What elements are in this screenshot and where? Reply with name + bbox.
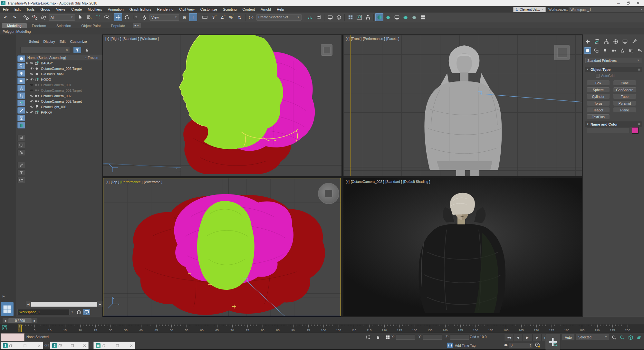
display-cameras-icon[interactable] [17, 78, 25, 84]
cameras-category-icon[interactable] [610, 47, 617, 54]
viewport-camera-label[interactable]: [+] [OctaneCamera_002 ] [Standard ] [Def… [346, 180, 430, 184]
list-item-octanecamera-001[interactable]: OctaneCamera_001 [26, 82, 102, 88]
explorer-lock-button[interactable] [84, 47, 90, 53]
explorer-workspace-dropdown[interactable]: Workspace_1 [17, 309, 70, 315]
chevron-down-icon[interactable]: ▼ [71, 311, 73, 314]
create-tab-icon[interactable] [584, 38, 591, 45]
box-button[interactable]: Box [587, 80, 610, 86]
explorer-menu-select[interactable]: Select [29, 40, 39, 43]
frozen-column-header[interactable]: ▲Frozen [85, 56, 98, 60]
window-restore-icon[interactable] [102, 344, 105, 347]
clear-search-icon[interactable]: ✕ [65, 48, 68, 52]
material-editor-icon[interactable] [375, 13, 383, 21]
minimized-window-2[interactable]: 3 [50, 342, 89, 350]
visibility-eye-icon[interactable] [29, 77, 34, 81]
minimized-window-3[interactable]: ▦ [93, 342, 135, 350]
textplus-button[interactable]: TextPlus [587, 114, 610, 119]
display-lights-icon[interactable] [17, 70, 25, 77]
shapes-category-icon[interactable] [593, 47, 600, 54]
schematic-view-icon[interactable] [364, 13, 372, 21]
viewport-menu-plus[interactable]: [+] [346, 180, 350, 184]
viewport-layout-tab-button[interactable] [1, 302, 14, 316]
visibility-eye-icon[interactable] [29, 99, 34, 103]
undo-button[interactable]: ↶ [2, 13, 10, 21]
cone-button[interactable]: Cone [613, 80, 636, 86]
explorer-menu-customize[interactable]: Customize [70, 40, 87, 43]
window-crossing-icon[interactable] [102, 13, 111, 21]
explorer-horizontal-scrollbar[interactable]: ◀ ▶ [26, 301, 102, 307]
viewport-right-label[interactable]: [+] [Right ] [Standard ] [Wireframe ] [105, 37, 159, 41]
keyboard-override-icon[interactable] [201, 13, 209, 21]
visibility-eye-icon[interactable] [29, 61, 34, 65]
visibility-off-icon[interactable] [29, 83, 34, 87]
add-time-tag-label[interactable]: Add Time Tag [455, 344, 476, 347]
scrollbar-thumb[interactable] [31, 302, 97, 307]
explorer-search-input[interactable]: ✕ [20, 47, 70, 53]
percent-snap-icon[interactable]: %∩ [227, 13, 235, 21]
ribbon-tab-populate[interactable]: Populate [106, 23, 130, 28]
viewport-front-label[interactable]: [+] [Front ] [Performance ] [Facets ] [346, 37, 399, 41]
list-item-gia-bust1-final[interactable]: Gia bust1_final [26, 71, 102, 77]
display-shapes-icon[interactable] [17, 63, 25, 69]
display-containers-icon[interactable] [17, 115, 25, 121]
viewport-menu-plus[interactable]: [+] [105, 37, 109, 41]
folder-filter-icon[interactable] [17, 177, 25, 183]
menu-animation[interactable]: Animation [105, 6, 127, 13]
window-close-icon[interactable] [83, 344, 86, 347]
go-to-start-button[interactable]: |◀◀ [504, 334, 513, 341]
explorer-filter-button[interactable] [73, 47, 81, 53]
explorer-layers-button[interactable] [75, 309, 82, 315]
display-spacewarps-icon[interactable] [17, 92, 25, 99]
selection-lock-icon[interactable] [375, 334, 381, 340]
x-coord-field[interactable] [396, 335, 415, 340]
viewport-shading-label[interactable]: [Default Shading ] [403, 180, 430, 184]
select-and-link-icon[interactable] [22, 13, 30, 21]
display-materials-icon[interactable] [17, 122, 25, 128]
render-setup-icon[interactable] [384, 13, 392, 21]
sphere-button[interactable]: Sphere [587, 87, 610, 92]
expand-arrow-icon[interactable]: ▶ [26, 78, 29, 81]
tube-button[interactable]: Tube [613, 94, 636, 99]
explorer-menu-display[interactable]: Display [43, 40, 55, 43]
name-column-header[interactable]: Name (Sorted Ascending) [27, 56, 66, 60]
redo-button[interactable]: ↷ [10, 13, 18, 21]
select-and-move-icon[interactable] [114, 13, 122, 21]
render-iterative-icon[interactable] [410, 13, 418, 21]
viewport-menu-plus[interactable]: [+] [346, 37, 350, 41]
menu-help[interactable]: Help [274, 6, 287, 13]
zoom-icon[interactable] [610, 334, 618, 341]
cylinder-button[interactable]: Cylinder [587, 94, 610, 99]
visibility-eye-icon[interactable] [29, 72, 34, 76]
menu-create[interactable]: Create [68, 6, 85, 13]
visibility-eye-icon[interactable] [29, 110, 34, 114]
menu-civil-view[interactable]: Civil View [176, 6, 197, 13]
viewport-menu-plus[interactable]: [+] [106, 180, 110, 184]
frame-step-arrows-icon[interactable]: ◀▶ [504, 343, 508, 346]
detail-view-icon[interactable] [17, 142, 25, 148]
list-item-parka[interactable]: ▶ PARKA [26, 109, 102, 115]
viewcube-icon[interactable] [554, 45, 570, 60]
name-and-color-rollout[interactable]: ▼ Name and Color ▦ [585, 121, 642, 127]
menu-file[interactable]: File [0, 6, 12, 13]
menu-group[interactable]: Group [37, 6, 53, 13]
menu-edit[interactable]: Edit [12, 6, 24, 13]
toggle-ribbon-icon[interactable] [346, 13, 354, 21]
play-button[interactable]: ▶ [522, 334, 533, 341]
list-item-octanelight-001[interactable]: OctaneLight_001 [26, 104, 102, 109]
bind-to-space-warp-icon[interactable] [39, 13, 47, 21]
ribbon-tab-modeling[interactable]: Modeling [2, 23, 27, 28]
list-item-hood[interactable]: ▶ HOOD [26, 77, 102, 82]
explorer-dock-button[interactable] [83, 309, 90, 315]
next-key-icon[interactable]: ▶ [32, 318, 37, 323]
select-and-place-icon[interactable] [140, 13, 148, 21]
selection-filter-dropdown[interactable]: All ▼ [49, 14, 75, 21]
use-pivot-point-center-icon[interactable]: ⊕ [180, 13, 188, 21]
key-filter-dropdown[interactable]: Selected▼ [576, 334, 610, 340]
viewport-top-label[interactable]: [+] [Top ] [Performance ] [Wireframe ] [106, 180, 162, 184]
create-selection-set-dropdown[interactable]: Create Selection Set ▼ [256, 14, 302, 21]
viewport-pov-label[interactable]: [Top ] [111, 180, 119, 184]
toggle-scene-explorer-icon[interactable] [326, 13, 334, 21]
select-object-icon[interactable] [76, 13, 84, 21]
visibility-eye-icon[interactable] [29, 66, 34, 71]
scroll-right-icon[interactable]: ▶ [97, 301, 102, 307]
